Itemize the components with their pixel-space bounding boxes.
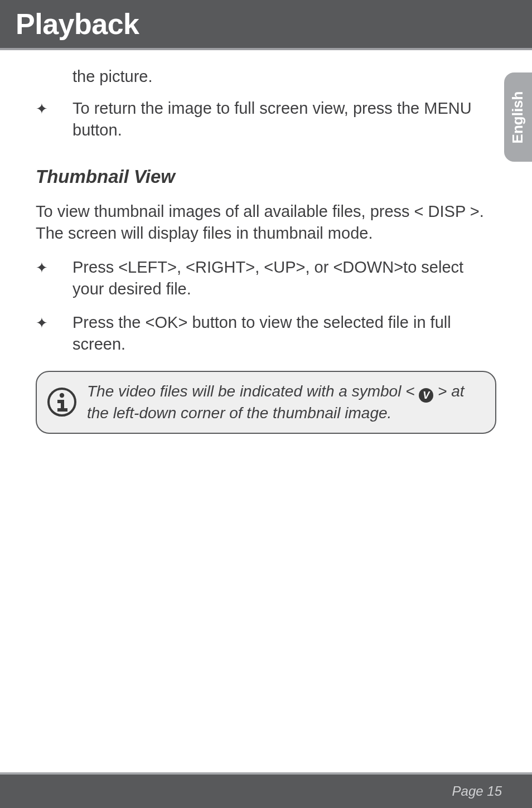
callout-part-1: The video files will be indicated with a… bbox=[87, 383, 419, 400]
language-tab-label: English bbox=[510, 91, 527, 143]
video-badge-icon: V bbox=[419, 388, 433, 403]
svg-rect-4 bbox=[57, 408, 67, 412]
body-content: the picture. ✦ To return the image to fu… bbox=[0, 50, 532, 434]
page-title: Playback bbox=[16, 7, 139, 41]
bullet-text: Press the <OK> button to view the select… bbox=[72, 312, 496, 355]
bullet-text: To return the image to full screen view,… bbox=[72, 98, 496, 141]
page-number: Page 15 bbox=[452, 783, 502, 799]
info-icon bbox=[47, 387, 77, 417]
callout-text: The video files will be indicated with a… bbox=[87, 381, 483, 424]
star-icon: ✦ bbox=[36, 312, 72, 355]
video-badge-letter: V bbox=[423, 389, 429, 402]
bullet-item: ✦ Press the <OK> button to view the sele… bbox=[36, 312, 496, 355]
manual-page: Playback English the picture. ✦ To retur… bbox=[0, 0, 532, 808]
section-heading: Thumbnail View bbox=[36, 164, 496, 190]
star-icon: ✦ bbox=[36, 257, 72, 300]
continued-paragraph: the picture. bbox=[72, 66, 496, 88]
svg-point-1 bbox=[60, 393, 64, 398]
bullet-item: ✦ To return the image to full screen vie… bbox=[36, 98, 496, 141]
body-paragraph: To view thumbnail images of all availabl… bbox=[36, 201, 496, 244]
bullet-item: ✦ Press <LEFT>, <RIGHT>, <UP>, or <DOWN>… bbox=[36, 257, 496, 300]
header-bar: Playback bbox=[0, 0, 532, 48]
bullet-text: Press <LEFT>, <RIGHT>, <UP>, or <DOWN>to… bbox=[72, 257, 496, 300]
info-callout: The video files will be indicated with a… bbox=[36, 371, 496, 434]
star-icon: ✦ bbox=[36, 98, 72, 141]
language-tab: English bbox=[504, 72, 532, 162]
footer-bar: Page 15 bbox=[0, 775, 532, 808]
